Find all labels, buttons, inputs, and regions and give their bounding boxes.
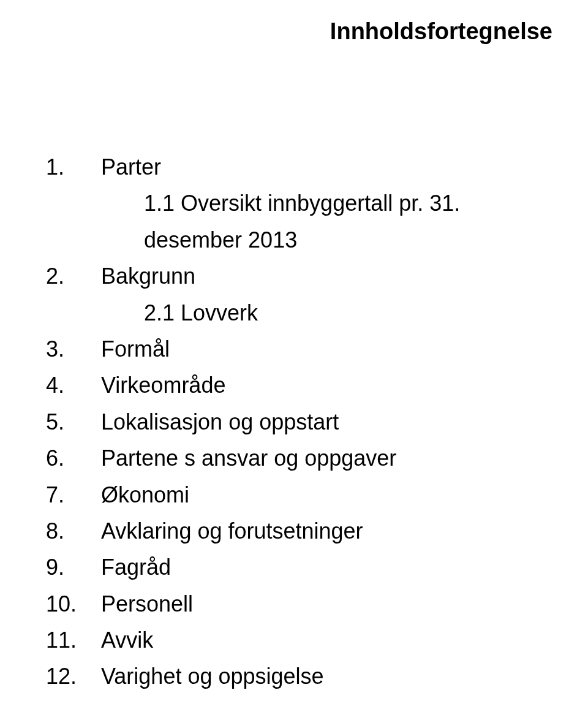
toc-text: Partene s ansvar og oppgaver — [101, 440, 557, 476]
page-title: Innholdsfortegnelse — [46, 18, 557, 45]
toc-subitem: 2.1 Lovverk — [46, 295, 557, 331]
toc-number: 5. — [46, 404, 101, 440]
toc-text: Bakgrunn — [101, 258, 557, 294]
toc-text: Virkeområde — [101, 367, 557, 403]
toc-text: Avvik — [101, 622, 557, 658]
toc-item: 6. Partene s ansvar og oppgaver — [46, 440, 557, 476]
toc-number: 4. — [46, 367, 101, 403]
toc-number: 12. — [46, 658, 101, 694]
toc-item: 4. Virkeområde — [46, 367, 557, 403]
toc-text: Formål — [101, 331, 557, 367]
toc-text: Fagråd — [101, 549, 557, 585]
toc-text: Avklaring og forutsetninger — [101, 513, 557, 549]
toc-number: 2. — [46, 258, 101, 294]
toc-subitem: 1.1 Oversikt innbyggertall pr. 31. desem… — [46, 185, 557, 258]
toc-text: Parter — [101, 149, 557, 185]
toc-number: 10. — [46, 586, 101, 622]
document-page: Innholdsfortegnelse 1. Parter 1.1 Oversi… — [0, 0, 588, 720]
toc-text: Personell — [101, 586, 557, 622]
toc-number: 1. — [46, 149, 101, 185]
table-of-contents: 1. Parter 1.1 Oversikt innbyggertall pr.… — [46, 149, 557, 695]
toc-item: 12. Varighet og oppsigelse — [46, 658, 557, 694]
toc-text: Økonomi — [101, 477, 557, 513]
toc-item: 2. Bakgrunn — [46, 258, 557, 294]
toc-text: Lokalisasjon og oppstart — [101, 404, 557, 440]
toc-text: Varighet og oppsigelse — [101, 658, 557, 694]
toc-item: 11. Avvik — [46, 622, 557, 658]
toc-number: 11. — [46, 622, 101, 658]
toc-number: 8. — [46, 513, 101, 549]
toc-item: 3. Formål — [46, 331, 557, 367]
toc-number: 3. — [46, 331, 101, 367]
toc-number: 9. — [46, 549, 101, 585]
toc-item: 8. Avklaring og forutsetninger — [46, 513, 557, 549]
toc-number: 7. — [46, 477, 101, 513]
toc-item: 5. Lokalisasjon og oppstart — [46, 404, 557, 440]
toc-item: 1. Parter — [46, 149, 557, 185]
toc-number: 6. — [46, 440, 101, 476]
toc-item: 9. Fagråd — [46, 549, 557, 585]
toc-item: 10. Personell — [46, 586, 557, 622]
toc-item: 7. Økonomi — [46, 477, 557, 513]
